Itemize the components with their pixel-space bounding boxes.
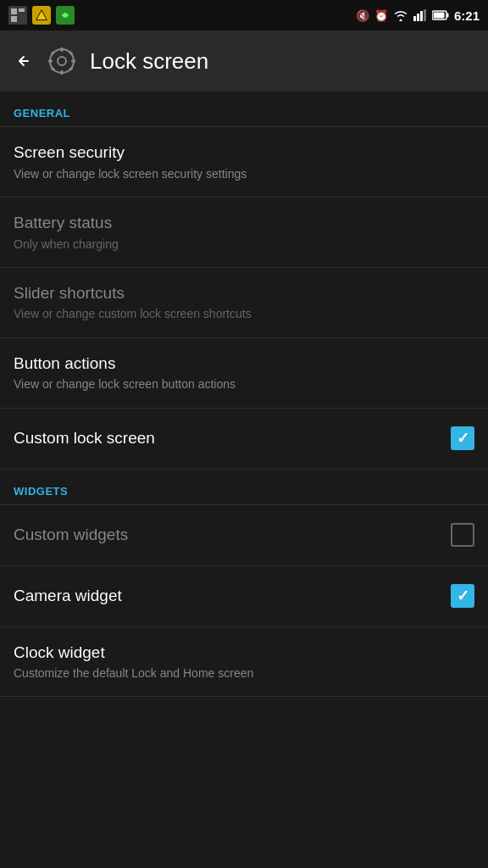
header: Lock screen <box>0 31 488 92</box>
app-icon-3 <box>56 6 75 25</box>
svg-rect-7 <box>413 16 416 21</box>
gear-icon <box>46 45 78 77</box>
battery-status-subtitle: Only when charging <box>14 236 474 252</box>
battery-status-title: Battery status <box>14 213 474 234</box>
slider-shortcuts-title: Slider shortcuts <box>14 283 474 304</box>
status-time: 6:21 <box>454 8 480 23</box>
settings-item-button-actions[interactable]: Button actions View or change lock scree… <box>0 338 488 409</box>
content: GENERAL Screen security View or change l… <box>0 92 488 697</box>
button-actions-title: Button actions <box>14 353 474 375</box>
svg-rect-10 <box>424 9 426 21</box>
status-bar: 🔇 ⏰ 6:21 <box>0 0 488 31</box>
clock-widget-title: Clock widget <box>14 643 474 664</box>
svg-rect-18 <box>48 60 53 63</box>
svg-rect-2 <box>19 8 25 12</box>
section-header-widgets: WIDGETS <box>0 470 488 505</box>
section-header-general: GENERAL <box>0 92 488 127</box>
clock-widget-subtitle: Customize the default Lock and Home scre… <box>14 665 474 681</box>
slider-shortcuts-subtitle: View or change custom lock screen shortc… <box>14 306 474 321</box>
screen-security-title: Screen security <box>14 142 474 164</box>
svg-rect-1 <box>11 8 17 14</box>
clock-widget-text: Clock widget Customize the default Lock … <box>14 643 474 682</box>
svg-rect-8 <box>417 14 419 21</box>
wifi-icon <box>393 9 408 21</box>
svg-point-15 <box>58 57 66 65</box>
back-icon[interactable] <box>14 51 34 71</box>
svg-rect-19 <box>71 60 75 63</box>
settings-item-screen-security[interactable]: Screen security View or change lock scre… <box>0 127 488 198</box>
settings-item-battery-status[interactable]: Battery status Only when charging <box>0 198 488 268</box>
checkmark-icon-2: ✓ <box>457 588 469 604</box>
custom-widgets-title: Custom widgets <box>14 525 451 546</box>
alarm-icon: ⏰ <box>374 9 388 22</box>
custom-widgets-checkbox[interactable] <box>451 523 474 547</box>
settings-item-slider-shortcuts[interactable]: Slider shortcuts View or change custom l… <box>0 268 488 338</box>
svg-marker-5 <box>37 11 47 19</box>
button-actions-text: Button actions View or change lock scree… <box>14 353 474 392</box>
screen-security-subtitle: View or change lock screen security sett… <box>14 166 474 181</box>
mute-icon: 🔇 <box>356 9 369 22</box>
custom-lock-screen-title: Custom lock screen <box>14 428 451 449</box>
slider-shortcuts-text: Slider shortcuts View or change custom l… <box>14 283 474 322</box>
svg-rect-9 <box>420 11 423 21</box>
app-icon-2 <box>32 6 51 25</box>
camera-widget-checkbox[interactable]: ✓ <box>451 584 474 608</box>
button-actions-subtitle: View or change lock screen button action… <box>14 376 474 392</box>
status-bar-left <box>8 6 75 25</box>
battery-status-text: Battery status Only when charging <box>14 213 474 252</box>
battery-icon <box>432 10 449 20</box>
settings-item-custom-lock-screen[interactable]: Custom lock screen ✓ <box>0 409 488 470</box>
svg-rect-17 <box>61 70 64 75</box>
settings-item-custom-widgets[interactable]: Custom widgets <box>0 505 488 566</box>
app-icon-1 <box>8 6 27 25</box>
custom-lock-screen-text: Custom lock screen <box>14 428 451 449</box>
svg-rect-12 <box>446 14 448 18</box>
svg-rect-16 <box>61 47 64 52</box>
custom-lock-screen-checkbox[interactable]: ✓ <box>451 426 474 450</box>
camera-widget-text: Camera widget <box>14 586 451 607</box>
custom-widgets-text: Custom widgets <box>14 525 451 546</box>
page-title: Lock screen <box>90 48 208 75</box>
settings-item-clock-widget[interactable]: Clock widget Customize the default Lock … <box>0 627 488 698</box>
camera-widget-title: Camera widget <box>14 586 451 607</box>
screen-security-text: Screen security View or change lock scre… <box>14 142 474 181</box>
status-bar-right: 🔇 ⏰ 6:21 <box>356 8 480 23</box>
svg-rect-13 <box>433 13 444 19</box>
settings-item-camera-widget[interactable]: Camera widget ✓ <box>0 566 488 627</box>
checkmark-icon: ✓ <box>457 431 469 446</box>
signal-icon <box>413 9 427 21</box>
svg-rect-3 <box>11 16 17 22</box>
